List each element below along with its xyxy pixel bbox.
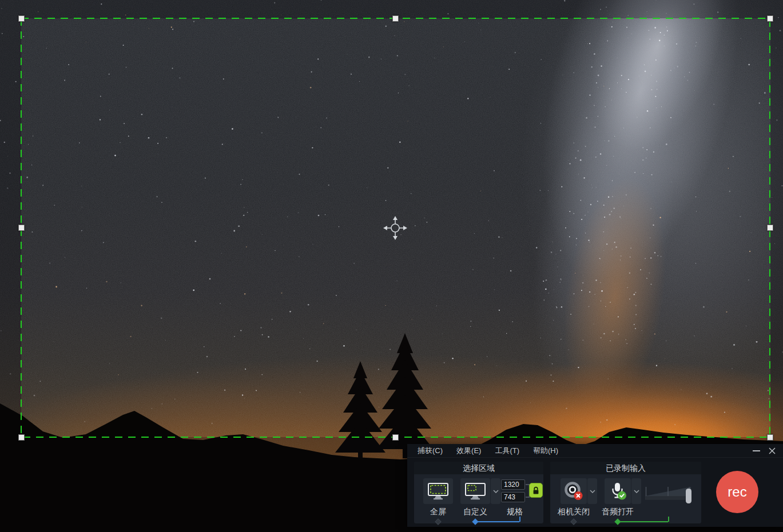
webcam-icon: [562, 481, 585, 502]
spec-label: 规格: [500, 507, 530, 517]
close-button[interactable]: [767, 446, 777, 456]
height-input[interactable]: [501, 492, 525, 502]
selection-handle-bottom-right[interactable]: [767, 434, 773, 441]
custom-indicator-dot: [472, 518, 478, 525]
selection-handle-bottom-center[interactable]: [392, 434, 399, 441]
monitor-fullscreen-icon: [427, 482, 449, 501]
fullscreen-label: 全屏: [423, 507, 453, 517]
audio-toggle-button[interactable]: [605, 478, 631, 504]
custom-region-dropdown[interactable]: [491, 478, 500, 504]
minimize-button[interactable]: [751, 446, 761, 456]
selection-handle-top-center[interactable]: [392, 15, 399, 22]
selection-handle-top-right[interactable]: [767, 15, 773, 22]
recorder-window: 捕获(C) 效果(E) 工具(T) 帮助(H) 选择区域: [407, 444, 783, 527]
custom-spec-link-line: [478, 521, 519, 522]
chevron-down-icon: [634, 490, 639, 493]
lock-aspect-button[interactable]: [529, 483, 543, 498]
audio-volume-slider[interactable]: [686, 489, 691, 503]
camera-dropdown[interactable]: [587, 478, 597, 504]
monitor-custom-icon: [464, 482, 486, 501]
selection-handle-bottom-left[interactable]: [18, 434, 25, 441]
lock-icon: [532, 486, 539, 495]
audio-meter-link-tick: [668, 517, 669, 522]
menu-effects[interactable]: 效果(E): [450, 444, 487, 458]
audio-status-label: 音频打开: [601, 507, 635, 517]
close-icon: [769, 447, 776, 454]
menu-help[interactable]: 帮助(H): [527, 444, 565, 458]
menu-capture[interactable]: 捕获(C): [411, 444, 449, 458]
camera-indicator-dot: [570, 518, 577, 525]
custom-region-button[interactable]: [460, 478, 490, 504]
recorded-inputs-group: 已录制输入: [550, 462, 701, 523]
move-crosshair-icon[interactable]: [383, 215, 408, 241]
menu-bar: 捕获(C) 效果(E) 工具(T) 帮助(H): [407, 444, 783, 458]
custom-label: 自定义: [460, 507, 490, 517]
selection-handle-mid-right[interactable]: [767, 225, 773, 231]
microphone-icon: [607, 481, 628, 502]
selection-handle-top-left[interactable]: [18, 15, 25, 22]
menu-tools[interactable]: 工具(T): [488, 444, 526, 458]
select-area-group: 选择区域: [414, 462, 543, 523]
audio-level-meter: [645, 482, 694, 505]
camera-status-label: 相机关闭: [557, 507, 591, 517]
width-input[interactable]: [501, 479, 525, 490]
camera-toggle-button[interactable]: [561, 478, 587, 504]
audio-indicator-dot: [614, 518, 621, 525]
record-button[interactable]: rec: [716, 471, 758, 513]
custom-spec-link-tick: [519, 517, 520, 522]
audio-on-badge: [618, 491, 626, 499]
chevron-down-icon: [493, 490, 499, 493]
minimize-icon: [753, 450, 760, 451]
audio-dropdown[interactable]: [631, 478, 641, 504]
audio-meter-link-line: [621, 521, 668, 522]
select-area-title: 选择区域: [414, 462, 543, 474]
fullscreen-button[interactable]: [423, 478, 453, 504]
selection-handle-mid-left[interactable]: [18, 225, 25, 231]
chevron-down-icon: [590, 490, 595, 493]
recorded-inputs-title: 已录制输入: [550, 462, 701, 474]
screen-capture-overlay: 捕获(C) 效果(E) 工具(T) 帮助(H) 选择区域: [0, 0, 783, 532]
fullscreen-indicator-dot: [435, 518, 441, 525]
